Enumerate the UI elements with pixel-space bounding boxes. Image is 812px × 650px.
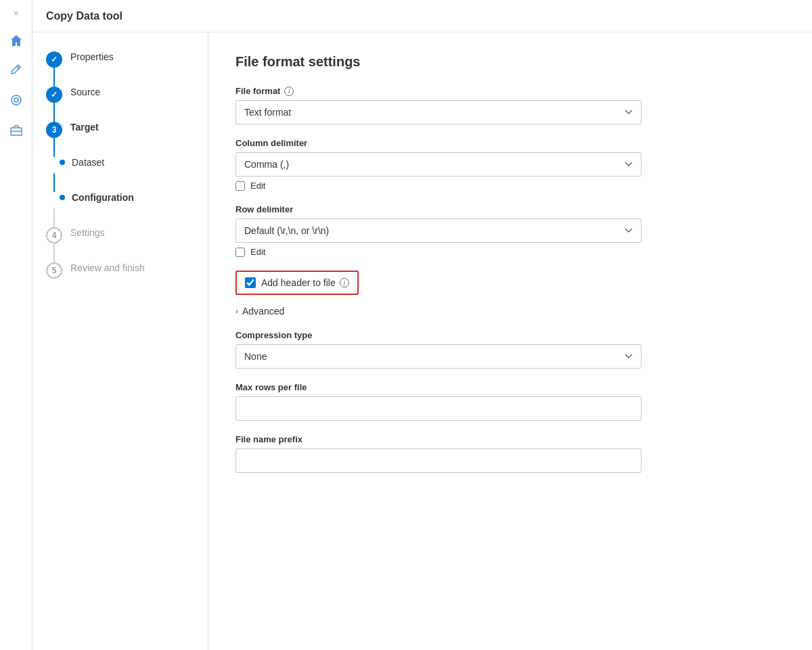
step-label-properties: Properties	[70, 49, 114, 62]
steps-panel: Properties Source 3 Target Dataset	[32, 32, 208, 650]
step-label-configuration: Configuration	[72, 189, 134, 203]
add-header-checkbox[interactable]	[245, 277, 256, 288]
advanced-row[interactable]: › Advanced	[235, 306, 785, 317]
form-title: File format settings	[235, 54, 785, 70]
step-properties: Properties	[46, 49, 194, 84]
column-delimiter-edit-label: Edit	[250, 181, 265, 191]
step-circle-3: 3	[46, 122, 62, 138]
row-delimiter-group: Row delimiter Default (\r,\n, or \r\n) C…	[235, 204, 785, 257]
app-title: Copy Data tool	[46, 10, 122, 22]
advanced-chevron-icon: ›	[235, 306, 238, 316]
step-label-dataset: Dataset	[72, 154, 104, 168]
step-settings: 4 Settings	[46, 225, 194, 260]
column-delimiter-group: Column delimiter Comma (,) Tab (\t) Semi…	[235, 138, 785, 191]
icon-bar: »	[0, 0, 32, 650]
row-delimiter-edit-checkbox[interactable]	[235, 248, 245, 257]
step-source: Source	[46, 84, 194, 119]
column-delimiter-edit-checkbox[interactable]	[235, 181, 245, 191]
max-rows-label: Max rows per file	[235, 382, 785, 392]
max-rows-group: Max rows per file	[235, 382, 785, 421]
svg-point-0	[12, 95, 21, 105]
step-dot-dataset	[60, 160, 65, 165]
row-delimiter-label: Row delimiter	[235, 204, 785, 214]
file-name-prefix-input[interactable]	[235, 448, 641, 473]
step-label-source: Source	[70, 84, 100, 97]
file-format-info-icon[interactable]: i	[284, 87, 294, 96]
file-format-group: File format i Text format Binary format …	[235, 86, 785, 124]
briefcase-icon[interactable]	[4, 118, 28, 142]
collapse-icon[interactable]: »	[14, 8, 18, 18]
step-dot-config	[60, 195, 65, 200]
max-rows-input[interactable]	[235, 396, 641, 421]
step-dataset: Dataset	[46, 154, 194, 189]
top-bar: Copy Data tool	[32, 0, 812, 32]
column-delimiter-label: Column delimiter	[235, 138, 785, 148]
step-circle-2	[46, 87, 62, 103]
monitor-icon[interactable]	[4, 88, 28, 112]
step-circle-4: 4	[46, 227, 62, 243]
add-header-info-icon[interactable]: i	[340, 278, 349, 287]
add-header-row: Add header to file i	[235, 271, 359, 295]
row-delimiter-edit-row: Edit	[235, 247, 785, 257]
column-delimiter-edit-row: Edit	[235, 181, 785, 191]
step-label-target: Target	[70, 119, 99, 133]
step-target: 3 Target	[46, 119, 194, 154]
step-configuration: Configuration	[46, 189, 194, 225]
column-delimiter-select[interactable]: Comma (,) Tab (\t) Semicolon (;) Pipe (|…	[235, 152, 641, 177]
compression-type-group: Compression type None bzip2 gzip deflate…	[235, 330, 785, 369]
compression-type-select[interactable]: None bzip2 gzip deflate ZipDeflate TarGz…	[235, 344, 641, 369]
step-circle-1	[46, 51, 62, 68]
add-header-label: Add header to file i	[261, 277, 349, 288]
advanced-label: Advanced	[242, 306, 284, 317]
file-name-prefix-group: File name prefix	[235, 434, 785, 473]
content-area: Properties Source 3 Target Dataset	[32, 32, 812, 650]
compression-type-label: Compression type	[235, 330, 785, 340]
row-delimiter-select[interactable]: Default (\r,\n, or \r\n) Carriage return…	[235, 218, 641, 243]
row-delimiter-edit-label: Edit	[250, 247, 265, 257]
step-review: 5 Review and finish	[46, 260, 194, 295]
file-format-label: File format i	[235, 86, 785, 96]
main-container: Copy Data tool Properties Source 3 Targe…	[32, 0, 812, 650]
step-circle-5: 5	[46, 262, 62, 279]
step-label-settings: Settings	[70, 225, 105, 238]
file-name-prefix-label: File name prefix	[235, 434, 785, 444]
form-panel: File format settings File format i Text …	[208, 32, 812, 650]
file-format-select[interactable]: Text format Binary format JSON format OR…	[235, 100, 641, 124]
svg-point-1	[14, 98, 18, 102]
edit-icon[interactable]	[4, 58, 28, 83]
home-icon[interactable]	[4, 28, 28, 53]
step-label-review: Review and finish	[70, 260, 145, 273]
